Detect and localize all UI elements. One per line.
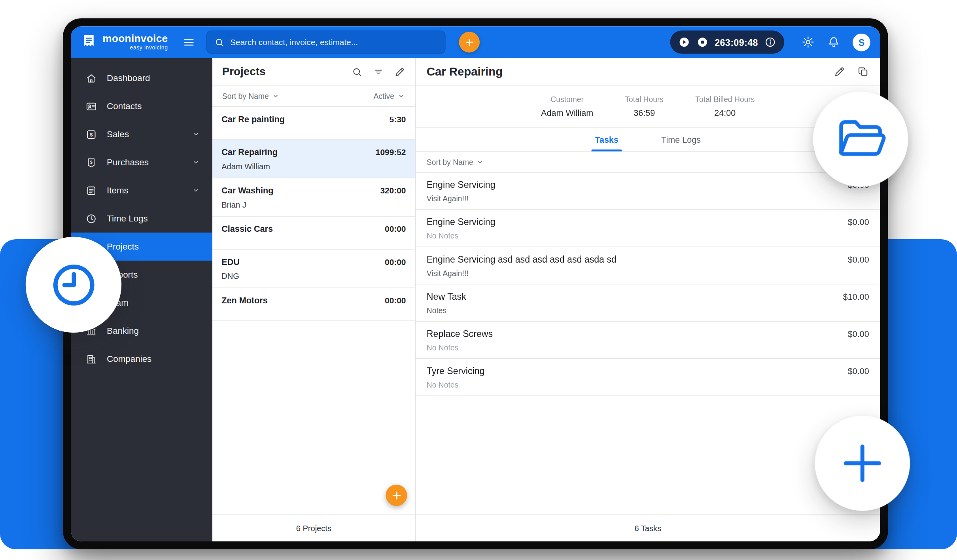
contacts-icon <box>85 100 97 112</box>
add-project-fab[interactable] <box>386 484 407 506</box>
home-icon <box>85 72 97 84</box>
svg-text:$: $ <box>90 159 93 165</box>
avatar[interactable]: S <box>853 33 870 51</box>
settings-button[interactable] <box>801 36 815 49</box>
plus-icon <box>463 36 475 48</box>
sidebar-item-time-logs[interactable]: Time Logs <box>71 204 212 233</box>
task-row-replace-screws[interactable]: Replace ScrewsNo Notes$0.00 <box>416 322 880 359</box>
topbar-right: 263:09:48 S <box>670 30 870 54</box>
task-row-engine-servicing[interactable]: Engine ServicingNo Notes$0.00 <box>416 210 880 247</box>
projects-sort-label: Sort by Name <box>222 92 269 100</box>
app-window: mooninvoice easy invoicing <box>63 18 888 549</box>
task-amount: $0.00 <box>848 254 869 265</box>
filter-icon <box>373 66 384 77</box>
projects-badge <box>813 92 908 187</box>
project-row-classic-cars[interactable]: Classic Cars00:00 <box>212 217 415 250</box>
stage: mooninvoice easy invoicing <box>0 0 957 560</box>
edit-project-button[interactable] <box>834 66 845 78</box>
stat-billed-hours-value: 24:00 <box>695 108 755 118</box>
projects-search-button[interactable] <box>352 66 363 77</box>
detail-header: Car Repairing <box>416 58 880 86</box>
project-row-car-re-painting[interactable]: Car Re painting5:30 <box>212 107 415 140</box>
hamburger-icon <box>183 36 195 48</box>
chevron-down-icon <box>476 158 484 166</box>
tasks-sort-row: Sort by Name <box>416 152 880 172</box>
tab-tasks[interactable]: Tasks <box>591 128 622 151</box>
task-row-engine-servicing-asd-asd-asd-asd-asd-asd[interactable]: Engine Servicing asd asd asd asd asd asd… <box>416 247 880 284</box>
svg-text:$: $ <box>90 131 93 137</box>
project-hours: 1099:52 <box>376 148 406 157</box>
clock-icon <box>48 259 99 310</box>
projects-sort-row: Sort by Name Active <box>212 86 415 107</box>
brand-logo[interactable]: mooninvoice easy invoicing <box>81 33 168 52</box>
sidebar-item-dashboard[interactable]: Dashboard <box>71 64 212 92</box>
task-note: Visit Again!!! <box>427 269 838 278</box>
stat-customer: Customer Adam William <box>541 95 593 118</box>
task-amount: $0.00 <box>848 365 869 376</box>
task-row-new-task[interactable]: New TaskNotes$10.00 <box>416 284 880 322</box>
project-detail-panel: Car Repairing Customer <box>416 58 880 541</box>
stat-customer-value: Adam William <box>541 108 593 118</box>
task-row-tyre-servicing[interactable]: Tyre ServicingNo Notes$0.00 <box>416 359 880 396</box>
task-row-engine-servicing[interactable]: Engine ServicingVisit Again!!!$0.00 <box>416 173 880 210</box>
brand-text: mooninvoice easy invoicing <box>102 34 168 51</box>
project-row-edu[interactable]: EDU00:00DNG <box>212 250 415 288</box>
sales-icon: $ <box>85 129 97 140</box>
chevron-down-icon <box>272 92 280 100</box>
quick-add-button[interactable] <box>459 32 480 52</box>
stat-billed-hours: Total Billed Hours 24:00 <box>695 95 755 118</box>
task-amount: $0.00 <box>848 217 869 228</box>
projects-filter-button[interactable] <box>373 66 384 77</box>
project-hours: 00:00 <box>385 296 406 305</box>
search-input[interactable] <box>230 38 438 47</box>
projects-header-actions <box>352 66 405 77</box>
sidebar-item-label: Sales <box>107 129 129 139</box>
project-row-zen-motors[interactable]: Zen Motors00:00 <box>212 288 415 321</box>
task-name: New Task <box>427 291 833 301</box>
timer-widget[interactable]: 263:09:48 <box>670 30 784 54</box>
info-icon[interactable] <box>764 36 776 48</box>
pencil-icon <box>834 66 845 78</box>
sidebar-item-items[interactable]: Items <box>71 176 212 204</box>
sidebar-item-companies[interactable]: Companies <box>71 345 212 373</box>
notifications-button[interactable] <box>827 36 840 49</box>
projects-header: Projects <box>212 58 415 86</box>
projects-status-filter[interactable]: Active <box>373 92 405 100</box>
project-customer: DNG <box>221 272 406 281</box>
play-icon[interactable] <box>678 36 690 48</box>
sidebar-item-label: Companies <box>107 354 151 364</box>
project-hours: 320:00 <box>380 186 406 195</box>
project-name: Classic Cars <box>221 224 273 234</box>
sidebar-item-label: Items <box>107 185 129 195</box>
project-name: Car Re painting <box>221 114 285 124</box>
viewport: mooninvoice easy invoicing <box>0 0 957 560</box>
tab-time-logs[interactable]: Time Logs <box>658 128 705 151</box>
stat-customer-label: Customer <box>541 95 593 104</box>
sidebar-item-label: Banking <box>107 326 139 336</box>
tasks-sort-dropdown[interactable]: Sort by Name <box>427 158 484 166</box>
task-name: Engine Servicing <box>427 217 838 227</box>
project-row-car-repairing[interactable]: Car Repairing1099:52Adam William <box>212 140 415 178</box>
sidebar-item-label: Dashboard <box>107 73 150 83</box>
stop-icon[interactable] <box>696 36 709 48</box>
projects-sort-dropdown[interactable]: Sort by Name <box>222 92 280 100</box>
project-name: Car Repairing <box>221 147 278 157</box>
project-hours: 00:00 <box>385 225 406 234</box>
task-note: No Notes <box>427 232 838 240</box>
global-search[interactable] <box>206 30 446 54</box>
sidebar-item-purchases[interactable]: $Purchases <box>71 148 212 176</box>
plus-icon <box>390 489 403 501</box>
sidebar-item-sales[interactable]: $Sales <box>71 120 212 148</box>
project-row-car-washing[interactable]: Car Washing320:00Brian J <box>212 178 415 217</box>
project-list: Car Re painting5:30Car Repairing1099:52A… <box>212 107 415 515</box>
timer-display: 263:09:48 <box>715 37 758 47</box>
stat-billed-hours-label: Total Billed Hours <box>695 95 755 104</box>
projects-edit-button[interactable] <box>394 66 405 77</box>
menu-toggle-button[interactable] <box>183 36 195 48</box>
task-amount: $0.00 <box>848 328 869 339</box>
purchases-icon: $ <box>85 157 97 168</box>
detail-header-actions <box>834 66 869 78</box>
sidebar-item-contacts[interactable]: Contacts <box>71 92 212 120</box>
chevron-down-icon <box>397 92 405 100</box>
duplicate-project-button[interactable] <box>857 66 869 78</box>
